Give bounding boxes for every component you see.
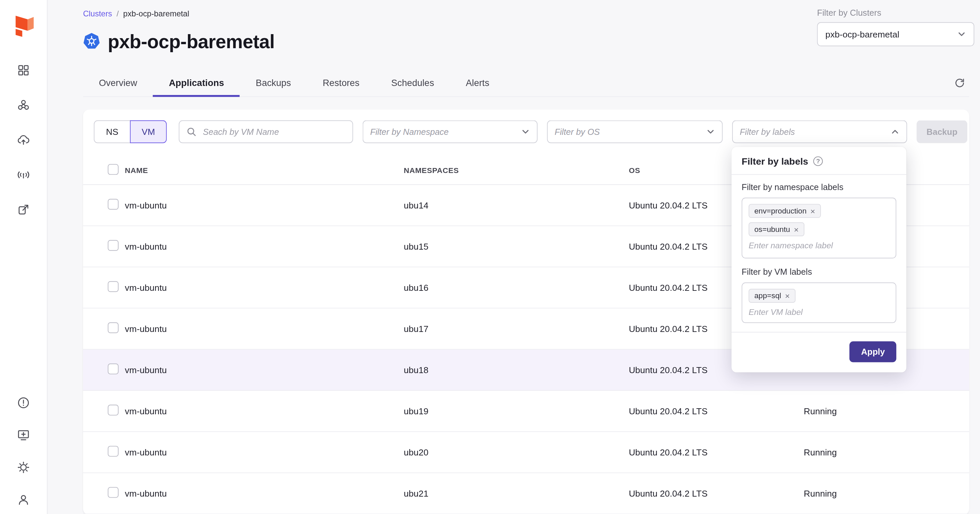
tab-overview[interactable]: Overview: [83, 72, 153, 97]
table-row[interactable]: vm-ubuntu ubu20 Ubuntu 20.04.2 LTS Runni…: [83, 432, 969, 473]
row-checkbox[interactable]: [108, 363, 119, 374]
row-checkbox[interactable]: [108, 446, 119, 457]
profile-icon[interactable]: [16, 493, 30, 507]
popover-footer-divider: [732, 332, 906, 333]
chevron-down-icon: [957, 30, 966, 38]
labels-filter-select[interactable]: Filter by labels: [732, 121, 907, 143]
row-checkbox[interactable]: [108, 240, 119, 251]
filter-by-labels-popover: Filter by labels ? Filter by namespace l…: [732, 147, 906, 373]
vm-labels-box[interactable]: app=sql × Enter VM label: [741, 282, 896, 323]
os-cell: Ubuntu 20.04.2 LTS: [628, 488, 803, 498]
row-checkbox[interactable]: [108, 405, 119, 415]
row-checkbox[interactable]: [108, 322, 119, 333]
clusters-icon[interactable]: [16, 98, 30, 112]
help-icon[interactable]: ?: [813, 156, 822, 166]
vm-name-cell: vm-ubuntu: [125, 324, 404, 334]
portworx-logo-icon[interactable]: [11, 13, 35, 42]
tab-restores[interactable]: Restores: [307, 72, 375, 97]
cloud-backup-icon[interactable]: [16, 133, 30, 147]
status-cell: Running: [804, 488, 969, 498]
chip-remove-icon[interactable]: ×: [794, 225, 799, 233]
chevron-down-icon: [521, 127, 530, 136]
vm-name-cell: vm-ubuntu: [125, 488, 404, 498]
namespace-cell: ubu18: [404, 365, 629, 375]
chip-label: os=ubuntu: [754, 225, 790, 233]
vm-name-cell: vm-ubuntu: [125, 200, 404, 210]
page-title: pxb-ocp-baremetal: [108, 30, 275, 53]
chevron-down-icon: [706, 127, 715, 136]
vm-label-input[interactable]: Enter VM label: [749, 307, 802, 317]
table-row[interactable]: vm-ubuntu ubu21 Ubuntu 20.04.2 LTS Runni…: [83, 473, 969, 514]
chip-label: env=production: [754, 206, 807, 215]
vm-labels-section-label: Filter by VM labels: [741, 267, 896, 277]
tab-label: Backups: [256, 78, 291, 88]
popover-divider: [732, 174, 906, 175]
ns-toggle-button[interactable]: NS: [94, 121, 130, 143]
chevron-up-icon: [891, 127, 899, 136]
ns-vm-toggle: NS VM: [94, 121, 167, 143]
tab-alerts[interactable]: Alerts: [450, 72, 505, 97]
namespace-label-input[interactable]: Enter namespace label: [749, 241, 833, 250]
label-chip: os=ubuntu ×: [749, 222, 805, 236]
cluster-select[interactable]: pxb-ocp-baremetal: [817, 22, 974, 46]
cluster-filter-label: Filter by Clusters: [817, 8, 974, 18]
os-filter-select[interactable]: Filter by OS: [547, 121, 722, 143]
search-icon: [186, 127, 196, 137]
namespace-cell: ubu14: [404, 200, 629, 210]
app-root: Clusters / pxb-ocp-baremetal Filter by C…: [0, 0, 980, 514]
os-cell: Ubuntu 20.04.2 LTS: [628, 447, 803, 457]
vm-name-cell: vm-ubuntu: [125, 406, 404, 416]
dashboard-icon[interactable]: [16, 63, 30, 77]
row-checkbox[interactable]: [108, 199, 119, 209]
table-row[interactable]: vm-ubuntu ubu19 Ubuntu 20.04.2 LTS Runni…: [83, 391, 969, 432]
refresh-button[interactable]: [954, 77, 965, 91]
select-all-checkbox[interactable]: [108, 163, 119, 175]
tab-schedules[interactable]: Schedules: [375, 72, 450, 97]
vm-search-field[interactable]: [179, 121, 353, 143]
vm-search-input[interactable]: [202, 127, 346, 137]
cluster-select-value: pxb-ocp-baremetal: [825, 29, 899, 39]
vm-name-cell: vm-ubuntu: [125, 447, 404, 457]
row-checkbox[interactable]: [108, 487, 119, 498]
os-cell: Ubuntu 20.04.2 LTS: [628, 406, 803, 416]
backup-button[interactable]: Backup: [917, 121, 967, 143]
vm-toggle-button[interactable]: VM: [130, 121, 167, 143]
namespace-cell: ubu21: [404, 488, 629, 498]
label-chip: app=sql ×: [749, 289, 795, 303]
chip-label: app=sql: [754, 292, 781, 300]
apply-button[interactable]: Apply: [850, 341, 896, 362]
name-header: NAME: [125, 166, 404, 175]
breadcrumb-current: pxb-ocp-baremetal: [123, 10, 189, 18]
cluster-filter: Filter by Clusters pxb-ocp-baremetal: [817, 8, 974, 46]
namespace-labels-box[interactable]: env=production × os=ubuntu × Enter names…: [741, 197, 896, 259]
chip-remove-icon[interactable]: ×: [785, 292, 790, 300]
activity-broadcast-icon[interactable]: [16, 168, 30, 182]
breadcrumb-clusters-link[interactable]: Clusters: [83, 10, 112, 18]
tab-label: Schedules: [391, 78, 434, 88]
status-cell: Running: [804, 406, 969, 416]
labels-filter-placeholder: Filter by labels: [740, 127, 795, 136]
vm-name-cell: vm-ubuntu: [125, 282, 404, 292]
namespace-filter-select[interactable]: Filter by Namespace: [363, 121, 538, 143]
sidebar: [0, 0, 48, 514]
tab-applications[interactable]: Applications: [153, 72, 240, 97]
row-checkbox[interactable]: [108, 281, 119, 292]
namespace-labels-section-label: Filter by namespace labels: [741, 182, 896, 192]
namespaces-icon[interactable]: [16, 203, 30, 217]
namespace-cell: ubu15: [404, 241, 629, 251]
namespace-cell: ubu16: [404, 282, 629, 292]
main-content: Clusters / pxb-ocp-baremetal Filter by C…: [48, 0, 980, 514]
chip-remove-icon[interactable]: ×: [811, 207, 815, 215]
sidebar-nav-top: [16, 63, 30, 216]
tab-backups[interactable]: Backups: [240, 72, 307, 97]
breadcrumb-separator: /: [116, 10, 119, 18]
namespaces-header: NAMESPACES: [404, 166, 629, 175]
status-cell: Running: [804, 447, 969, 457]
namespace-cell: ubu20: [404, 447, 629, 457]
monitoring-icon[interactable]: [16, 428, 30, 442]
settings-icon[interactable]: [16, 460, 30, 474]
tab-label: Restores: [323, 78, 360, 88]
tab-label: Overview: [99, 78, 137, 88]
tabs: OverviewApplicationsBackupsRestoresSched…: [83, 72, 969, 97]
alerts-icon[interactable]: [16, 396, 30, 410]
